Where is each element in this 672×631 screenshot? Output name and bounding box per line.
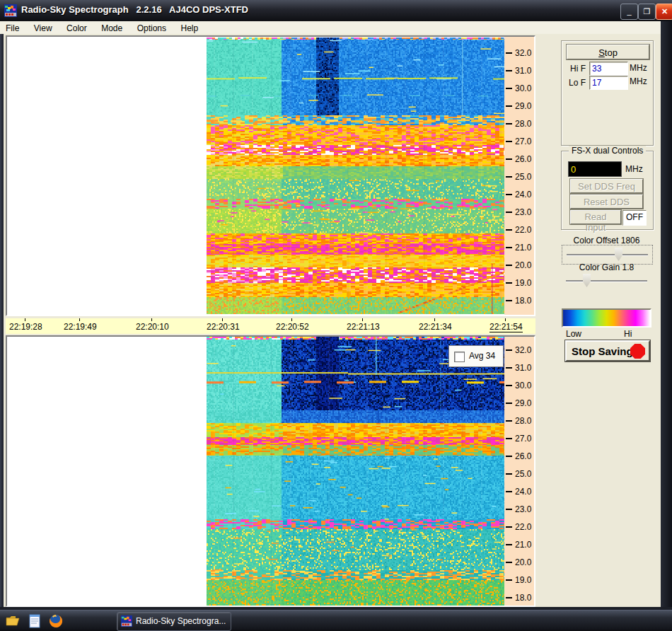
time-tick [505,318,506,321]
time-tick-label: 22:20:52 [276,322,309,332]
freq-tick [506,438,512,439]
color-gain-label: Color Gain 1.8 [561,262,652,272]
freq-tick [506,212,512,213]
fsx-frequency-display[interactable]: 0 [568,161,622,177]
notepad-icon[interactable] [27,613,42,629]
freq-tick [506,579,512,581]
taskbar-button-radio-sky[interactable]: Radio-Sky Spectrogra... [117,612,231,631]
menu-view[interactable]: View [28,22,58,33]
freq-tick [506,194,512,195]
set-dds-freq-button[interactable]: Set DDS Freq [570,179,643,193]
freq-tick-label: 28.0 [515,119,531,129]
freq-tick-label: 26.0 [515,154,531,164]
freq-tick-label: 18.0 [515,296,531,306]
color-gain-slider[interactable] [562,272,651,290]
freq-tick-label: 19.0 [515,575,531,585]
lo-f-unit: MHz [630,76,647,86]
freq-tick-label: 23.0 [515,207,531,217]
maximize-button[interactable]: ❐ [638,4,656,20]
scale-low-label: Low [566,329,581,339]
time-tick [434,318,435,321]
freq-tick [506,70,512,71]
avg-label: Avg 34 [469,351,495,361]
color-offset-thumb[interactable] [615,248,622,261]
freq-tick-label: 25.0 [515,172,531,182]
freq-tick [506,282,512,284]
stop-saving-button[interactable]: Stop Saving [565,340,650,361]
freq-tick-label: 27.0 [515,137,531,146]
freq-tick [506,141,512,142]
freq-tick [506,562,512,563]
menu-file[interactable]: File [0,22,25,33]
freq-tick [506,158,512,160]
folder-icon[interactable] [6,613,21,629]
color-offset-label: Color Offset 1806 [561,236,652,245]
window-title: Radio-Sky Spectrograph 2.2.16 AJ4CO DPS-… [21,4,248,15]
freq-tick-label: 24.0 [515,190,531,199]
firefox-icon[interactable] [48,613,64,629]
freq-tick [506,367,512,369]
time-tick-label: 22:20:10 [136,322,169,332]
freq-tick [506,52,512,54]
time-axis: 22:19:2822:19:4922:20:1022:20:3122:20:52… [6,318,535,334]
app-icon [4,4,17,17]
time-tick-label: 22:21:54 [489,322,523,332]
hi-f-input[interactable] [589,62,628,76]
menu-bar: File View Color Mode Options Help [0,21,661,35]
time-tick [362,318,363,321]
lo-f-input[interactable] [589,76,628,90]
record-stop-icon [630,344,645,359]
read-input-state: OFF [622,210,647,226]
freq-tick-label: 32.0 [515,345,531,355]
spectrogram-plot-bottom [7,337,504,606]
spectrogram-panel-bottom: 32.031.030.029.028.027.026.025.024.023.0… [6,335,535,607]
frequency-axis-bottom: 32.031.030.029.028.027.026.025.024.023.0… [504,337,534,606]
freq-tick-label: 21.0 [515,243,531,253]
fsx-caption: FS-X dual Controls [569,146,646,156]
color-offset-track[interactable] [567,254,648,256]
freq-tick-label: 22.0 [515,225,531,235]
freq-tick [506,491,512,492]
time-tick-label: 22:21:34 [419,322,452,332]
menu-help[interactable]: Help [175,22,204,33]
freq-tick [506,88,512,89]
frequency-axis-top: 32.031.030.029.028.027.026.025.024.023.0… [504,37,534,315]
color-gain-track[interactable] [566,280,647,282]
menu-options[interactable]: Options [132,22,172,33]
stop-button[interactable]: Stop [567,45,649,59]
window-left-border [0,34,4,610]
color-scale-gradient [562,308,651,328]
time-tick [79,318,80,321]
freq-tick [506,385,512,386]
time-tick-label: 22:19:49 [64,322,97,332]
freq-tick [506,456,512,457]
menu-color[interactable]: Color [61,22,93,33]
minimize-button[interactable]: _ [620,4,638,20]
freq-tick-label: 27.0 [515,434,531,444]
read-input-button[interactable]: Read Input [570,210,621,224]
hi-f-label: Hi F [570,64,586,74]
freq-tick [506,247,512,248]
freq-tick-label: 29.0 [515,101,531,111]
avg-checkbox[interactable] [454,352,465,362]
color-gain-thumb[interactable] [583,274,591,287]
close-button[interactable]: ✕ [656,4,672,20]
color-offset-slider[interactable] [562,245,653,265]
freq-tick [506,509,512,510]
freq-tick [506,229,512,231]
taskbar-button-label: Radio-Sky Spectrogra... [136,616,226,626]
app-icon-small [121,615,132,627]
time-tick-label: 22:21:13 [347,322,380,332]
freq-tick-label: 20.0 [515,557,531,567]
menu-mode[interactable]: Mode [95,22,128,33]
freq-tick-label: 28.0 [515,416,531,426]
spectrogram-panel-top: 32.031.030.029.028.027.026.025.024.023.0… [6,35,535,316]
spectrogram-plot-top [7,37,504,315]
window-right-border [661,21,672,610]
time-tick [291,318,292,321]
lo-f-label: Lo F [569,78,586,88]
freq-tick-label: 31.0 [515,363,531,373]
freq-tick-label: 26.0 [515,451,531,461]
time-tick-label: 22:20:31 [207,322,240,332]
reset-dds-button[interactable]: Reset DDS [570,195,643,209]
